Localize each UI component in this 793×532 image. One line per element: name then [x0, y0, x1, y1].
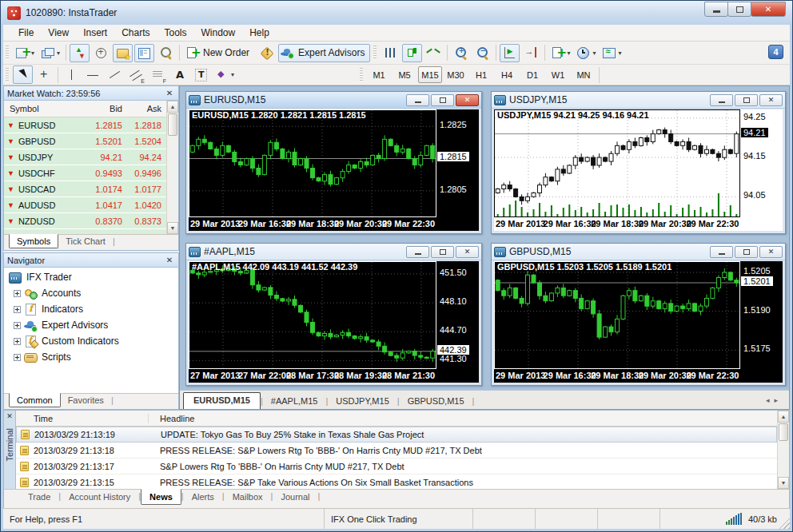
new-order-button[interactable]: New Order	[183, 44, 255, 62]
market-watch-row-usdcad[interactable]: ▼USDCAD1.01741.0177	[4, 181, 166, 197]
text-label-button[interactable]	[191, 66, 211, 84]
scroll-up-icon[interactable]: ▲	[167, 101, 178, 113]
menu-item-help[interactable]: Help	[242, 26, 277, 40]
market-watch-row-audusd[interactable]: ▼AUDUSD1.04171.0420	[4, 197, 166, 213]
navigator-button[interactable]	[113, 44, 133, 62]
scroll-thumb[interactable]	[779, 423, 788, 441]
terminal-button[interactable]	[134, 44, 154, 62]
market-watch-column-headers[interactable]: SymbolBidAsk	[4, 101, 166, 117]
expand-plus-icon[interactable]	[14, 322, 21, 329]
chart-close-button[interactable]: ✕	[456, 94, 479, 106]
chart-plot-eurusd[interactable]	[189, 109, 436, 217]
navigator-tab-common[interactable]: Common	[9, 393, 61, 407]
menu-item-tools[interactable]: Tools	[157, 26, 194, 40]
equidistant-channel-button[interactable]	[126, 66, 146, 84]
news-row[interactable]: 2013/03/29 21:13:19UPDATE: Tokyo Gas To …	[16, 427, 777, 443]
periods-button[interactable]: ▾	[574, 44, 598, 62]
market-watch-row-usdchf[interactable]: ▼USDCHF0.94930.9496	[4, 165, 166, 181]
chart-window-usdjpy[interactable]: USDJPY,M15✕USDJPY,M15 94.21 94.25 94.16 …	[491, 91, 786, 234]
navigator-item-accounts[interactable]: Accounts	[6, 285, 177, 301]
templates-button[interactable]: ▾	[600, 44, 624, 62]
chart-minimize-button[interactable]	[710, 246, 733, 258]
close-icon[interactable]: ✕	[164, 89, 175, 97]
strategy-tester-button[interactable]	[156, 44, 176, 62]
chart-close-button[interactable]: ✕	[759, 246, 783, 258]
chart-restore-button[interactable]	[735, 246, 758, 258]
horizontal-line-button[interactable]	[83, 66, 103, 84]
chart-minimize-button[interactable]	[406, 246, 429, 258]
expand-plus-icon[interactable]	[14, 290, 21, 297]
chart-window-titlebar[interactable]: USDJPY,M15✕	[492, 92, 785, 109]
chart-tab-aaplm15[interactable]: #AAPL,M15	[263, 394, 326, 409]
close-icon[interactable]: ✕	[6, 412, 14, 422]
market-watch-row-gbpusd[interactable]: ▼GBPUSD1.52011.5204	[4, 133, 166, 149]
close-button[interactable]: ✕	[751, 2, 786, 17]
timeframe-button-m1[interactable]: M1	[367, 66, 391, 83]
profiles-button[interactable]: ▾	[38, 44, 62, 62]
scroll-down-icon[interactable]: ▼	[167, 222, 178, 234]
expand-plus-icon[interactable]	[14, 338, 21, 345]
navigator-tab-favorites[interactable]: Favorites	[61, 394, 111, 407]
time-scale[interactable]: 29 Mar 201329 Mar 16:3029 Mar 18:3029 Ma…	[494, 218, 783, 231]
column-header-time[interactable]: Time	[16, 414, 149, 423]
timeframe-button-w1[interactable]: W1	[546, 66, 570, 83]
minimize-button[interactable]	[704, 2, 728, 17]
tab-scroll-arrows-icon[interactable]: ◂▸	[766, 396, 786, 409]
column-header-symbol[interactable]: Symbol	[4, 104, 78, 113]
toolbar-grip[interactable]	[360, 68, 363, 82]
zoom-out-button[interactable]	[472, 44, 492, 62]
column-header-headline[interactable]: Headline	[149, 414, 777, 423]
menu-item-window[interactable]: Window	[194, 26, 243, 40]
data-window-button[interactable]	[91, 44, 111, 62]
chart-close-button[interactable]: ✕	[456, 246, 479, 258]
timeframe-button-mn[interactable]: MN	[572, 66, 596, 83]
chart-close-button[interactable]: ✕	[759, 94, 783, 106]
menu-item-charts[interactable]: Charts	[114, 26, 157, 40]
terminal-tab-account-history[interactable]: Account History	[61, 490, 138, 504]
titlebar[interactable]: 1020890: InstaTrader ✕	[1, 1, 792, 25]
arrows-button[interactable]: ▾	[213, 66, 237, 84]
market-watch-header[interactable]: Market Watch: 23:59:56 ✕	[4, 86, 178, 101]
new-chart-button[interactable]: ▾	[13, 44, 37, 62]
indicators-button[interactable]: ▾	[548, 44, 572, 62]
price-scale[interactable]: 94.2594.2194.1594.05	[740, 109, 783, 217]
timeframe-button-h4[interactable]: H4	[495, 66, 519, 83]
column-header-ask[interactable]: Ask	[122, 104, 166, 113]
chart-window-aapl[interactable]: #AAPL,M15✕#AAPL,M15 442.09 443.19 441.52…	[185, 243, 482, 386]
fibonacci-button[interactable]	[148, 66, 168, 84]
time-scale[interactable]: 29 Mar 201329 Mar 16:3029 Mar 18:3029 Ma…	[494, 370, 783, 383]
toolbar-grip[interactable]	[6, 68, 9, 82]
candlesticks-button[interactable]	[402, 44, 422, 62]
market-watch-tab-tick-chart[interactable]: Tick Chart	[58, 235, 113, 248]
price-scale[interactable]: 1.52051.52011.51901.5175	[740, 261, 783, 369]
comment-badge[interactable]: 4	[768, 45, 783, 59]
chart-plot-usdjpy[interactable]	[494, 109, 740, 217]
news-column-headers[interactable]: TimeHeadline	[16, 411, 777, 427]
menu-item-view[interactable]: View	[41, 26, 76, 40]
crosshair-button[interactable]	[34, 66, 54, 84]
scroll-up-icon[interactable]: ▲	[778, 411, 789, 423]
expand-plus-icon[interactable]	[14, 306, 21, 313]
timeframe-button-h1[interactable]: H1	[469, 66, 493, 83]
chart-window-gbpusd[interactable]: GBPUSD,M15✕GBPUSD,M15 1.5203 1.5205 1.51…	[491, 243, 786, 386]
terminal-tab-alerts[interactable]: Alerts	[184, 490, 222, 504]
terminal-tab-mailbox[interactable]: Mailbox	[225, 490, 271, 504]
timeframe-button-m30[interactable]: M30	[444, 66, 468, 83]
news-row[interactable]: 2013/03/29 21:13:18PRESS RELEASE: S&P Lo…	[16, 443, 777, 459]
text-button[interactable]	[169, 66, 189, 84]
menu-item-file[interactable]: File	[11, 26, 41, 40]
chart-plot-gbpusd[interactable]	[494, 261, 740, 369]
toolbar-grip[interactable]	[6, 46, 9, 60]
chart-window-titlebar[interactable]: #AAPL,M15✕	[186, 244, 481, 260]
market-watch-scrollbar[interactable]: ▲ ▼	[166, 101, 178, 234]
timeframe-button-m15[interactable]: M15	[418, 66, 442, 83]
toolbar-grip[interactable]	[373, 46, 377, 60]
news-row[interactable]: 2013/03/29 21:13:17S&P Lowers Rtg To 'BB…	[16, 459, 777, 474]
terminal-tab-news[interactable]: News	[141, 489, 181, 505]
chart-plot-aapl[interactable]	[189, 261, 436, 369]
news-row[interactable]: 2013/03/29 21:13:15PRESS RELEASE: S&P Ta…	[16, 474, 777, 489]
resize-grip[interactable]	[779, 518, 790, 529]
chart-window-eurusd[interactable]: EURUSD,M15✕EURUSD,M15 1.2820 1.2821 1.28…	[185, 91, 482, 234]
chart-window-titlebar[interactable]: GBPUSD,M15✕	[492, 244, 785, 260]
chart-restore-button[interactable]	[735, 94, 758, 106]
